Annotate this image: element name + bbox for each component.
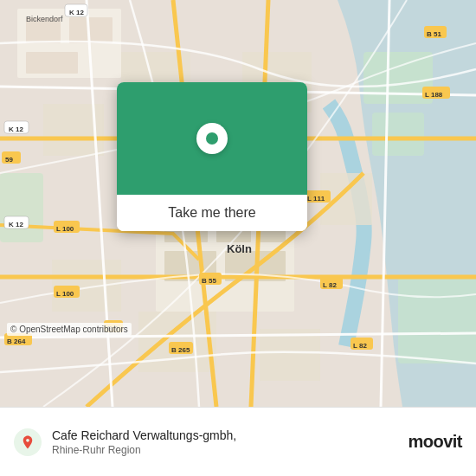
place-region: Rhine-Ruhr Region xyxy=(52,444,397,456)
svg-text:Köln: Köln xyxy=(227,242,252,255)
svg-text:L 82: L 82 xyxy=(323,281,337,289)
moovit-text: moovit xyxy=(408,432,462,452)
moovit-logo: moovit xyxy=(408,432,462,452)
take-me-there-button[interactable]: Take me there xyxy=(117,195,307,231)
svg-rect-3 xyxy=(0,173,43,242)
svg-text:B 55: B 55 xyxy=(202,277,216,285)
location-icon xyxy=(14,428,42,456)
svg-rect-2 xyxy=(372,113,424,156)
map-attribution: © OpenStreetMap contributors xyxy=(7,323,132,336)
svg-text:K 12: K 12 xyxy=(69,9,84,16)
bottom-bar: Cafe Reichard Verwaltungs-gmbh, Rhine-Ru… xyxy=(0,407,476,476)
location-popup: Take me there xyxy=(117,82,307,231)
svg-text:L 82: L 82 xyxy=(353,342,367,350)
svg-rect-17 xyxy=(260,329,320,381)
svg-rect-8 xyxy=(26,52,78,74)
svg-text:L 111: L 111 xyxy=(307,195,325,203)
svg-text:L 188: L 188 xyxy=(425,91,443,99)
svg-text:L 100: L 100 xyxy=(56,290,74,298)
svg-text:B 264: B 264 xyxy=(7,338,26,345)
svg-text:K 12: K 12 xyxy=(9,125,23,133)
svg-text:B 265: B 265 xyxy=(171,346,190,354)
svg-text:59: 59 xyxy=(5,156,13,164)
svg-rect-7 xyxy=(69,17,113,43)
place-name: Cafe Reichard Verwaltungs-gmbh, xyxy=(52,428,397,442)
svg-text:B 51: B 51 xyxy=(427,30,441,38)
svg-text:L 100: L 100 xyxy=(56,225,74,233)
location-pin xyxy=(196,123,228,154)
svg-text:K 12: K 12 xyxy=(9,221,23,228)
place-info: Cafe Reichard Verwaltungs-gmbh, Rhine-Ru… xyxy=(52,428,397,456)
location-pin-inner xyxy=(206,132,218,145)
svg-rect-4 xyxy=(398,277,476,363)
svg-text:Bickendorf: Bickendorf xyxy=(26,15,63,23)
map-container: Bickendorf K 12 K 12 K 12 B 9 B 9 B 265 … xyxy=(0,0,476,407)
popup-map-area xyxy=(117,82,307,195)
